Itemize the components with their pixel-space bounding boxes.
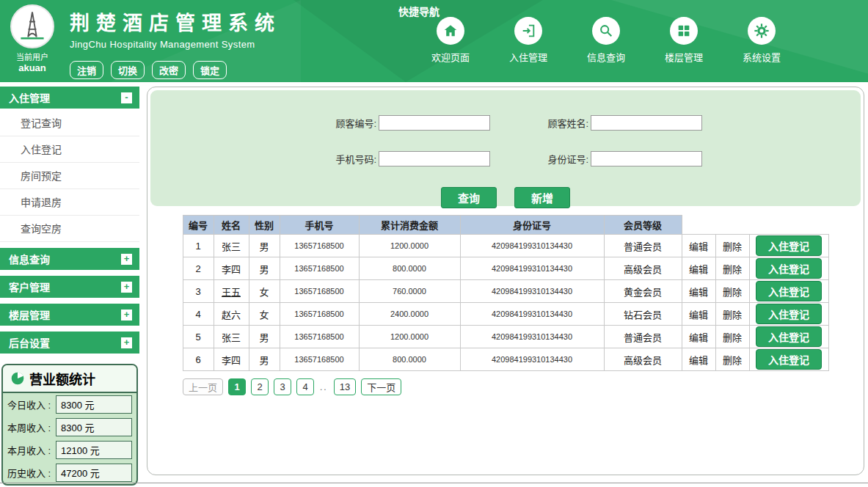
sidebar-menu-header-checkin-management[interactable]: 入住管理 - <box>0 87 139 109</box>
nav-item-checkin-management[interactable]: 入住管理 <box>492 17 564 64</box>
nav-item-welcome[interactable]: 欢迎页面 <box>415 17 486 64</box>
cell-member-level: 黄金会员 <box>604 280 682 303</box>
delete-link[interactable]: 删除 <box>723 287 742 298</box>
sidebar-menu-header-info-query[interactable]: 信息查询 + <box>0 248 139 270</box>
edit-link[interactable]: 编辑 <box>689 332 708 343</box>
expand-icon[interactable]: + <box>121 310 132 321</box>
menu-header-label: 后台设置 <box>9 335 50 350</box>
query-button[interactable]: 查询 <box>441 187 497 208</box>
checkin-button[interactable]: 入住登记 <box>756 304 822 324</box>
search-row: 手机号码: 身份证号: <box>150 151 861 166</box>
revenue-row-today: 今日收入 : 8300 元 <box>3 393 136 416</box>
cell-idcard: 420984199310134430 <box>460 348 604 371</box>
title-block: 荆楚酒店管理系统 JingChu Hospitality Management … <box>70 7 281 79</box>
cell-index: 2 <box>183 257 214 280</box>
phone-input[interactable] <box>379 151 490 166</box>
table-row: 3 王五 女 13657168500 760.0000 420984199310… <box>183 280 828 303</box>
sidebar-menu-header-backend-settings[interactable]: 后台设置 + <box>0 332 139 354</box>
next-page-button[interactable]: 下一页 <box>361 378 401 395</box>
page-button-2[interactable]: 2 <box>251 378 269 395</box>
cell-idcard: 420984199310134430 <box>460 303 604 326</box>
col-header-phone: 手机号 <box>280 216 359 235</box>
lock-button[interactable]: 锁定 <box>193 61 227 79</box>
table-row: 2 李四 男 13657168500 800.0000 420984199310… <box>183 257 828 280</box>
sidebar-menu-header-customer-management[interactable]: 客户管理 + <box>0 276 139 298</box>
edit-link[interactable]: 编辑 <box>689 241 708 252</box>
nav-item-floor-management[interactable]: 楼层管理 <box>648 17 720 64</box>
page-button-3[interactable]: 3 <box>274 378 291 395</box>
sidebar-menu-header-floor-management[interactable]: 楼层管理 + <box>0 304 139 326</box>
checkin-button[interactable]: 入住登记 <box>756 235 822 256</box>
cell-checkin: 入住登记 <box>749 257 828 280</box>
cell-delete: 删除 <box>715 348 749 371</box>
cell-edit: 编辑 <box>682 257 715 280</box>
customer-name-label: 顾客姓名: <box>521 116 588 130</box>
menu-header-label: 客户管理 <box>9 279 50 294</box>
sidebar: 入住管理 - 登记查询 入住登记 房间预定 申请退房 查询空房 信息查询 + 客… <box>0 87 139 486</box>
expand-icon[interactable]: + <box>121 254 132 265</box>
delete-link[interactable]: 删除 <box>723 332 742 343</box>
delete-link[interactable]: 删除 <box>723 355 742 366</box>
delete-link[interactable]: 删除 <box>723 241 742 252</box>
checkin-button[interactable]: 入住登记 <box>756 281 822 301</box>
nav-item-system-settings[interactable]: 系统设置 <box>726 17 798 64</box>
prev-page-button[interactable]: 上一页 <box>183 378 223 395</box>
quick-nav-label: 快捷导航 <box>398 4 440 18</box>
cell-delete: 删除 <box>715 303 749 326</box>
edit-link[interactable]: 编辑 <box>689 264 708 275</box>
id-card-input[interactable] <box>591 151 702 166</box>
sidebar-item-room-reservation[interactable]: 房间预定 <box>0 163 139 189</box>
change-password-button[interactable]: 改密 <box>152 61 186 79</box>
col-header-empty <box>682 216 715 235</box>
search-buttons: 查询 新增 <box>150 187 861 208</box>
cell-index: 6 <box>183 348 214 371</box>
expand-icon[interactable]: + <box>121 337 132 348</box>
cell-member-level: 高级会员 <box>604 257 682 280</box>
revenue-value: 12100 元 <box>56 441 132 459</box>
revenue-label: 历史收入 : <box>7 466 56 480</box>
cell-idcard: 420984199310134430 <box>460 326 604 348</box>
checkin-button[interactable]: 入住登记 <box>756 258 822 279</box>
sidebar-item-checkin-register[interactable]: 入住登记 <box>0 136 139 163</box>
page-button-1[interactable]: 1 <box>228 378 246 395</box>
search-panel: 顾客编号: 顾客姓名: 手机号码: 身份证号: 查询 <box>150 90 861 206</box>
sidebar-item-vacant-rooms[interactable]: 查询空房 <box>0 216 139 242</box>
search-row: 顾客编号: 顾客姓名: <box>150 115 861 131</box>
checkin-button[interactable]: 入住登记 <box>756 349 822 370</box>
customer-name-input[interactable] <box>591 115 702 131</box>
cell-name: 张三 <box>214 235 249 257</box>
switch-user-button[interactable]: 切换 <box>111 61 145 79</box>
collapse-icon[interactable]: - <box>121 92 132 103</box>
page-button-13[interactable]: 13 <box>334 378 356 395</box>
edit-link[interactable]: 编辑 <box>689 355 708 366</box>
sidebar-menu-floor-management: 楼层管理 + <box>0 304 139 326</box>
delete-link[interactable]: 删除 <box>723 310 742 321</box>
id-card-label: 身份证号: <box>521 152 588 166</box>
cell-delete: 删除 <box>715 326 749 348</box>
cell-phone: 13657168500 <box>280 348 359 371</box>
revenue-value: 8300 元 <box>56 395 132 414</box>
checkin-button[interactable]: 入住登记 <box>756 326 822 347</box>
cell-gender: 女 <box>249 303 280 326</box>
edit-link[interactable]: 编辑 <box>689 310 708 321</box>
pagination-ellipsis: .. <box>320 382 328 392</box>
add-new-button[interactable]: 新增 <box>514 187 570 208</box>
expand-icon[interactable]: + <box>121 282 132 293</box>
cell-name[interactable]: 王五 <box>214 280 249 303</box>
delete-link[interactable]: 删除 <box>723 264 742 275</box>
customer-id-input[interactable] <box>379 115 490 131</box>
gear-icon <box>748 17 776 45</box>
table-row: 5 张三 男 13657168500 1200.0000 42098419931… <box>183 326 828 348</box>
cell-checkin: 入住登记 <box>749 280 828 303</box>
nav-item-label: 入住管理 <box>492 50 564 64</box>
phone-label: 手机号码: <box>309 152 376 166</box>
edit-link[interactable]: 编辑 <box>689 287 708 298</box>
page-button-4[interactable]: 4 <box>296 378 314 395</box>
revenue-row-month: 本月收入 : 12100 元 <box>3 439 136 461</box>
revenue-row-history: 历史收入 : 47200 元 <box>3 461 136 484</box>
cell-gender: 女 <box>249 280 280 303</box>
logout-button[interactable]: 注销 <box>70 61 103 79</box>
nav-item-info-query[interactable]: 信息查询 <box>570 17 642 64</box>
sidebar-item-checkout-request[interactable]: 申请退房 <box>0 189 139 216</box>
sidebar-item-registration-query[interactable]: 登记查询 <box>0 110 139 136</box>
